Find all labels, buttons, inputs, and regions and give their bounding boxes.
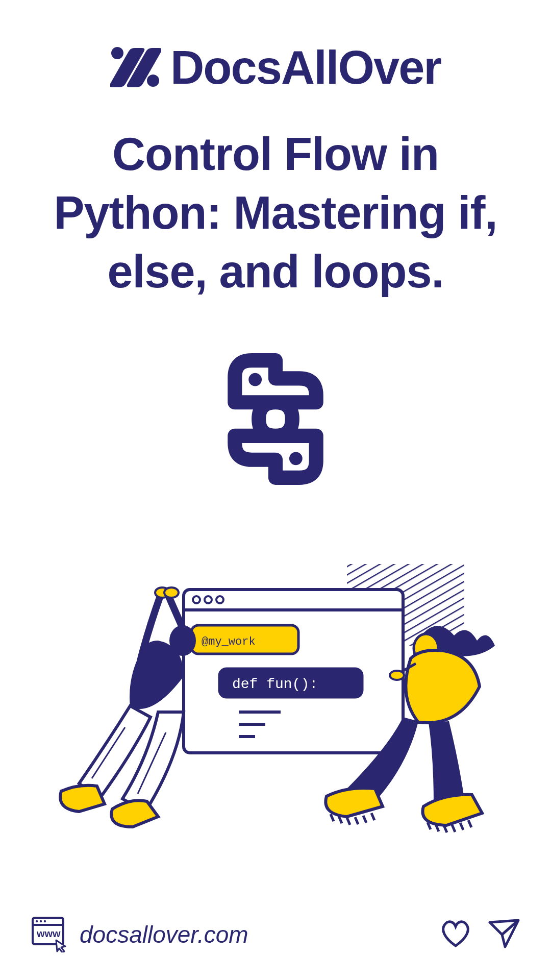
brand-logo-icon bbox=[110, 44, 161, 92]
brand-header: DocsAllOver bbox=[110, 41, 441, 94]
svg-point-3 bbox=[289, 452, 303, 465]
domain-text: docsallover.com bbox=[80, 921, 248, 948]
svg-text:www: www bbox=[36, 928, 61, 939]
svg-point-26 bbox=[36, 920, 38, 922]
svg-point-1 bbox=[147, 75, 159, 87]
person-left-illustration bbox=[60, 587, 196, 827]
brand-name: DocsAllOver bbox=[170, 41, 441, 94]
svg-point-0 bbox=[111, 47, 123, 59]
people-pushing-window-illustration: @my_work def fun(): bbox=[31, 559, 520, 845]
page-title: Control Flow in Python: Mastering if, el… bbox=[31, 125, 520, 302]
svg-point-23 bbox=[390, 671, 404, 680]
svg-point-19 bbox=[169, 625, 196, 656]
code-decorator-text: @my_work bbox=[202, 635, 256, 648]
footer: www docsallover.com bbox=[31, 915, 520, 954]
heart-icon[interactable] bbox=[439, 918, 472, 951]
svg-point-18 bbox=[164, 587, 179, 598]
python-logo-icon bbox=[199, 342, 352, 498]
code-function-text: def fun(): bbox=[232, 676, 318, 692]
send-icon[interactable] bbox=[488, 918, 520, 951]
svg-point-28 bbox=[44, 920, 46, 922]
website-icon: www bbox=[31, 915, 68, 954]
footer-right bbox=[439, 918, 520, 951]
svg-point-2 bbox=[248, 373, 262, 386]
footer-left: www docsallover.com bbox=[31, 915, 248, 954]
svg-point-27 bbox=[40, 920, 42, 922]
